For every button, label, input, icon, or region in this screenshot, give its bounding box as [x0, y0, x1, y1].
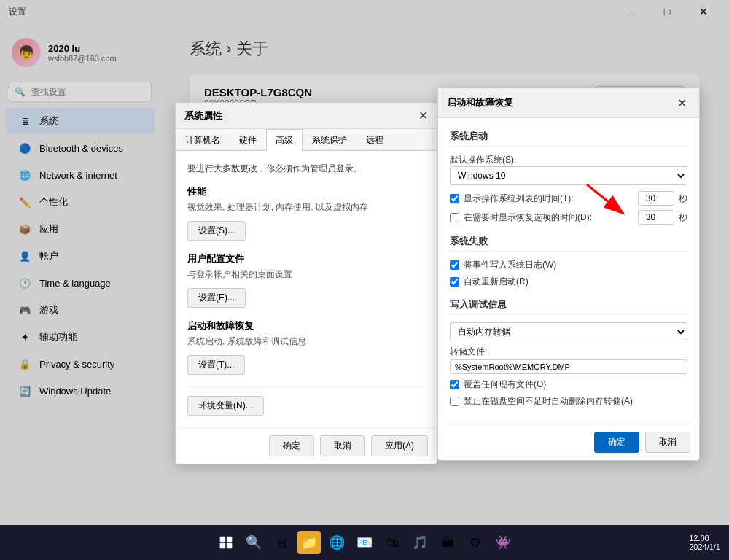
show-list-spinbox-wrap: 秒	[638, 191, 687, 206]
svg-rect-4	[220, 543, 226, 549]
recovery-modal: 启动和故障恢复 ✕ 系统启动 默认操作系统(S): Windows 10 显示操…	[437, 88, 700, 461]
auto-restart-checkbox[interactable]	[450, 277, 459, 287]
show-recovery-spinbox-wrap: 秒	[638, 210, 687, 225]
tab-hardware[interactable]: 硬件	[230, 129, 266, 151]
show-recovery-spinbox[interactable]	[638, 210, 674, 225]
sysprops-apply-button[interactable]: 应用(A)	[371, 435, 428, 456]
tab-system-protection[interactable]: 系统保护	[303, 129, 356, 151]
default-os-select[interactable]: Windows 10	[450, 166, 687, 185]
sysprops-cancel-button[interactable]: 取消	[320, 435, 365, 456]
show-list-checkbox-row: 显示操作系统列表的时间(T): 秒	[450, 191, 687, 206]
recovery-ok-button[interactable]: 确定	[594, 432, 639, 453]
dump-file-input[interactable]	[450, 359, 687, 374]
show-recovery-unit: 秒	[679, 211, 687, 224]
sysprops-close-button[interactable]: ✕	[418, 109, 428, 122]
taskbar-center: 🔍 ⊟ 📁 🌐 📧 🛍 🎵 🏔 ⚙ 👾	[214, 531, 515, 554]
performance-settings-button[interactable]: 设置(S)...	[187, 221, 246, 241]
performance-section: 性能 视觉效果, 处理器计划, 内存使用, 以及虚拟内存 设置(S)...	[187, 185, 425, 241]
recovery-modal-title: 启动和故障恢复	[447, 96, 513, 109]
svg-rect-2	[220, 537, 226, 542]
svg-rect-5	[227, 543, 233, 549]
startup-recovery-desc: 系统启动, 系统故障和调试信息	[187, 335, 425, 348]
show-list-label: 显示操作系统列表的时间(T):	[464, 192, 634, 205]
default-os-label: 默认操作系统(S):	[450, 154, 687, 166]
env-vars-button[interactable]: 环境变量(N)...	[187, 396, 264, 416]
sysprops-modal-footer: 确定 取消 应用(A)	[176, 427, 437, 464]
user-profiles-settings-button[interactable]: 设置(E)...	[187, 288, 246, 308]
taskbar: 🔍 ⊟ 📁 🌐 📧 🛍 🎵 🏔 ⚙ 👾 12:002024/1/1	[0, 525, 729, 560]
write-event-log-label: 将事件写入系统日志(W)	[464, 259, 556, 271]
recovery-modal-footer: 确定 取消	[438, 424, 699, 460]
write-event-log-row: 将事件写入系统日志(W)	[450, 259, 687, 271]
clock: 12:002024/1/1	[689, 534, 720, 551]
chrome-button[interactable]: 🌐	[325, 531, 348, 554]
dump-file-label: 转储文件:	[450, 346, 687, 358]
file-explorer-button[interactable]: 📁	[297, 531, 321, 554]
user-profiles-desc: 与登录帐户相关的桌面设置	[187, 268, 425, 281]
system-failure-heading: 系统失败	[450, 235, 687, 252]
user-profiles-title: 用户配置文件	[187, 252, 425, 265]
debug-type-select[interactable]: 自动内存转储	[450, 322, 687, 341]
show-list-spinbox[interactable]	[638, 191, 674, 206]
disable-paging-checkbox[interactable]	[450, 397, 459, 406]
show-recovery-label: 在需要时显示恢复选项的时间(D):	[464, 211, 634, 224]
overwrite-checkbox[interactable]	[450, 380, 459, 389]
sysprops-ok-button[interactable]: 确定	[269, 435, 314, 456]
debug-info-heading: 写入调试信息	[450, 298, 687, 315]
debug-type-row: 自动内存转储	[450, 322, 687, 341]
performance-title: 性能	[187, 185, 425, 198]
taskbar-right: 12:002024/1/1	[689, 534, 720, 551]
game-button[interactable]: 👾	[491, 531, 515, 554]
overwrite-row: 覆盖任何现有文件(O)	[450, 378, 687, 391]
system-startup-heading: 系统启动	[450, 130, 687, 147]
sysprops-note: 要进行大多数更改，你必须作为管理员登录。	[187, 163, 425, 175]
store-button[interactable]: 🛍	[381, 531, 404, 554]
show-recovery-row: 在需要时显示恢复选项的时间(D): 秒	[450, 210, 687, 225]
write-event-log-checkbox[interactable]	[450, 260, 459, 270]
recovery-modal-header: 启动和故障恢复 ✕	[438, 88, 699, 118]
dump-file-row: 转储文件:	[450, 346, 687, 374]
svg-rect-3	[227, 537, 233, 542]
recovery-cancel-button[interactable]: 取消	[645, 432, 690, 453]
user-profiles-section: 用户配置文件 与登录帐户相关的桌面设置 设置(E)...	[187, 252, 425, 308]
tab-remote[interactable]: 远程	[356, 129, 393, 151]
search-button[interactable]: 🔍	[242, 531, 265, 554]
sysprops-modal: 系统属性 ✕ 计算机名 硬件 高级 系统保护 远程 要进行大多数更改，你必须作为…	[175, 102, 437, 464]
task-view-button[interactable]: ⊟	[270, 531, 293, 554]
recovery-modal-body: 系统启动 默认操作系统(S): Windows 10 显示操作系统列表的时间(T…	[438, 118, 699, 424]
sysprops-modal-title: 系统属性	[184, 109, 222, 122]
startup-recovery-title: 启动和故障恢复	[187, 319, 425, 332]
sysprops-modal-header: 系统属性 ✕	[176, 103, 437, 129]
settings-taskbar-button[interactable]: ⚙	[464, 531, 487, 554]
show-recovery-checkbox-row: 在需要时显示恢复选项的时间(D): 秒	[450, 210, 687, 225]
show-list-row: 显示操作系统列表的时间(T): 秒	[450, 191, 687, 206]
sysprops-modal-tabs: 计算机名 硬件 高级 系统保护 远程	[176, 129, 437, 151]
show-recovery-checkbox[interactable]	[450, 213, 459, 222]
startup-recovery-section: 启动和故障恢复 系统启动, 系统故障和调试信息 设置(T)...	[187, 319, 425, 375]
music-button[interactable]: 🎵	[408, 531, 432, 554]
performance-desc: 视觉效果, 处理器计划, 内存使用, 以及虚拟内存	[187, 201, 425, 214]
sysprops-modal-body: 要进行大多数更改，你必须作为管理员登录。 性能 视觉效果, 处理器计划, 内存使…	[176, 151, 437, 427]
overwrite-label: 覆盖任何现有文件(O)	[464, 378, 546, 391]
auto-restart-row: 自动重新启动(R)	[450, 276, 687, 288]
start-button[interactable]	[214, 531, 238, 554]
tab-advanced[interactable]: 高级	[266, 129, 303, 151]
recovery-close-button[interactable]: ✕	[673, 94, 690, 112]
default-os-row: 默认操作系统(S): Windows 10	[450, 154, 687, 185]
disable-paging-row: 禁止在磁盘空间不足时自动删除内存转储(A)	[450, 395, 687, 408]
show-list-checkbox[interactable]	[450, 194, 459, 203]
auto-restart-label: 自动重新启动(R)	[464, 276, 529, 288]
tab-computer-name[interactable]: 计算机名	[176, 129, 230, 151]
disable-paging-label: 禁止在磁盘空间不足时自动删除内存转储(A)	[464, 395, 633, 408]
env-vars-section: 环境变量(N)...	[187, 386, 425, 416]
startup-recovery-settings-button[interactable]: 设置(T)...	[187, 355, 245, 375]
show-list-unit: 秒	[679, 192, 687, 205]
mail-button[interactable]: 📧	[353, 531, 376, 554]
photos-button[interactable]: 🏔	[436, 531, 459, 554]
